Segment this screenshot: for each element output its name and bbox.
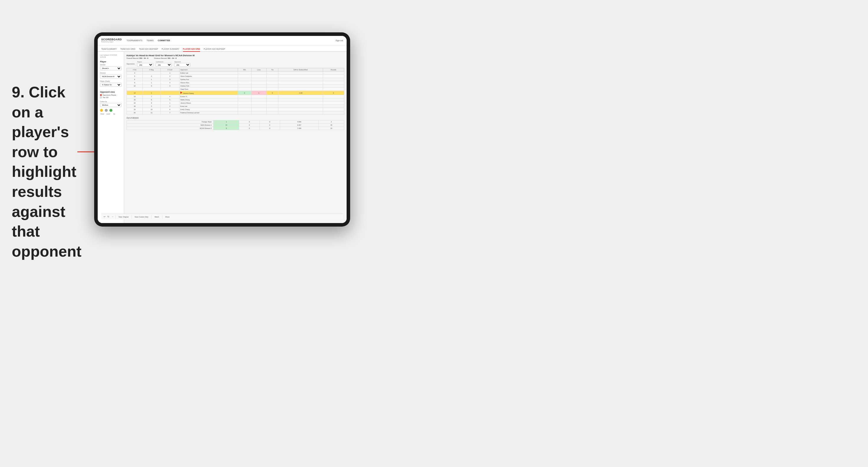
undo-icon[interactable]: ↩ (103, 215, 105, 218)
table-cell: Jessica Mason (180, 101, 238, 105)
table-row[interactable]: 1822Euna Lee (127, 105, 344, 108)
colour-dot-level (105, 109, 108, 112)
table-cell (251, 88, 267, 91)
share-btn[interactable]: Share (164, 215, 171, 218)
table-cell: 1 (160, 71, 180, 75)
table-row[interactable]: 522Alexis Sudjianto (127, 75, 344, 78)
table-cell (238, 75, 251, 78)
sub-nav-team-summary[interactable]: TEAM SUMMARY (101, 48, 117, 52)
sub-nav: TEAM SUMMARY TEAM H2H GRID TEAM H2H HEAT… (98, 45, 347, 52)
redo-icon[interactable]: ↻ (107, 215, 110, 218)
overall-record: Overall Record: 353 - 34 - 6 (126, 57, 148, 59)
radio-top100[interactable]: Top 100 (100, 96, 122, 98)
sub-nav-team-h2h-grid[interactable]: TEAM H2H GRID (120, 48, 135, 52)
ood-cell: 0 (259, 127, 280, 130)
ood-row[interactable]: Foreign Team1004.5002 (127, 120, 344, 124)
table-cell (143, 88, 160, 91)
nav-links: TOURNAMENTS TEAMS COMMITTEE (126, 39, 170, 42)
table-cell: 1 (160, 101, 180, 105)
ood-cell: 1 (214, 120, 239, 124)
colour-by-label: Colour by (100, 101, 122, 102)
ood-cell: 0 (259, 124, 280, 127)
colour-by-dropdown[interactable]: Win/loss (100, 103, 122, 107)
table-row[interactable]: 1063Andrea York (127, 85, 344, 88)
ood-cell: 4.500 (280, 120, 319, 124)
nav-tournaments[interactable]: TOURNAMENTS (126, 39, 143, 42)
table-row[interactable]: 613Sydney Kuo (127, 78, 344, 81)
table-cell: 2 (160, 75, 180, 78)
table-cell: 6 (143, 85, 160, 88)
table-cell (251, 111, 267, 115)
opponent-filter-group: Opponent (All) (174, 61, 190, 67)
sub-nav-player-h2h-grid[interactable]: PLAYER H2H GRID (183, 48, 200, 52)
table-row[interactable]: 20117Federica Domecq Lacroze (127, 111, 344, 115)
region-filter[interactable]: (All) (137, 63, 153, 67)
table-cell: Eunice Yi (180, 95, 238, 98)
filters-row: Opponents: Region (All) Conference (All) (126, 61, 344, 67)
table-cell: Jessica Huang (180, 91, 238, 95)
table-row[interactable]: 1691Jessica Mason (127, 101, 344, 105)
forward-icon[interactable]: → (111, 215, 114, 218)
table-cell (267, 78, 278, 81)
player-rank-dropdown[interactable]: 8. Katelyn Vo (100, 83, 122, 87)
col-reg: # Reg (143, 68, 160, 71)
table-row[interactable]: 19106Emily Chang (127, 108, 344, 111)
radio-opponents-played[interactable]: Opponents Played (100, 94, 122, 96)
table-cell (278, 108, 323, 111)
sub-nav-player-h2h-heatmap[interactable]: PLAYER H2H HEATMAP (204, 48, 225, 52)
ood-row[interactable]: NCAA Division 25007.40010 (127, 127, 344, 130)
h2h-table: # Div # Reg # Conf Opponent (126, 68, 344, 115)
table-cell: 1 (143, 81, 160, 85)
table-cell (323, 78, 344, 81)
table-cell (323, 111, 344, 115)
table-row[interactable]: 131Jessica Huang010-3.002 (127, 91, 344, 95)
ood-cell: 10 (318, 127, 344, 130)
save-custom-view-btn[interactable]: Save Custom View (133, 215, 150, 218)
view-original-btn[interactable]: View: Original (117, 215, 130, 218)
table-row[interactable]: 1585Stella Chang (127, 98, 344, 101)
ood-cell: 2 (318, 120, 344, 124)
table-cell (323, 105, 344, 108)
opponent-filter[interactable]: (All) (174, 63, 190, 67)
table-row[interactable]: 914Sharon Mun (127, 81, 344, 85)
watch-btn[interactable]: Watch (153, 215, 160, 218)
table-cell (251, 81, 267, 85)
player-rank-label: Player (Rank) (100, 80, 122, 82)
table-cell: 10 (127, 85, 143, 88)
table-cell (238, 98, 251, 101)
table-cell (238, 95, 251, 98)
table-cell (278, 101, 323, 105)
table-cell (267, 81, 278, 85)
table-cell (278, 78, 323, 81)
col-diff: Diff Av Strokes/Rnd (278, 68, 323, 71)
table-cell: 3 (160, 85, 180, 88)
table-cell (127, 88, 143, 91)
table-cell (323, 75, 344, 78)
sign-out[interactable]: Sign out (335, 39, 343, 41)
table-cell: 10 (143, 108, 160, 111)
table-row[interactable]: 31Esther Lee (127, 71, 344, 75)
sub-nav-player-summary[interactable]: PLAYER SUMMARY (162, 48, 180, 52)
left-panel: Last Updated: 27/03/2024 16:55:38 Player… (98, 52, 124, 223)
table-cell (251, 95, 267, 98)
table-cell (238, 111, 251, 115)
conference-filter[interactable]: (All) (156, 63, 172, 67)
sub-nav-team-h2h-heatmap[interactable]: TEAM H2H HEATMAP (139, 48, 158, 52)
division-dropdown[interactable]: NCAA Division III (100, 74, 122, 79)
ood-cell: 0 (259, 120, 280, 124)
table-row[interactable]: 1474Eunice Yi (127, 95, 344, 98)
table-row[interactable]: Haeji Hyun (127, 88, 344, 91)
toolbar-sep2 (131, 215, 132, 219)
nav-teams[interactable]: TEAMS (147, 39, 154, 42)
table-cell: Haeji Hyun (180, 88, 238, 91)
main-content: Last Updated: 27/03/2024 16:55:38 Player… (98, 52, 347, 223)
nav-committee[interactable]: COMMITTEE (158, 39, 170, 42)
gender-dropdown[interactable]: Women's (100, 66, 122, 70)
col-loss: Loss (251, 68, 267, 71)
table-cell (251, 75, 267, 78)
table-cell: 1 (251, 91, 267, 95)
annotation-number: 9. (12, 84, 24, 101)
table-cell (238, 101, 251, 105)
ood-row[interactable]: NAIA Division 115009.26730 (127, 124, 344, 127)
table-cell: Euna Lee (180, 105, 238, 108)
